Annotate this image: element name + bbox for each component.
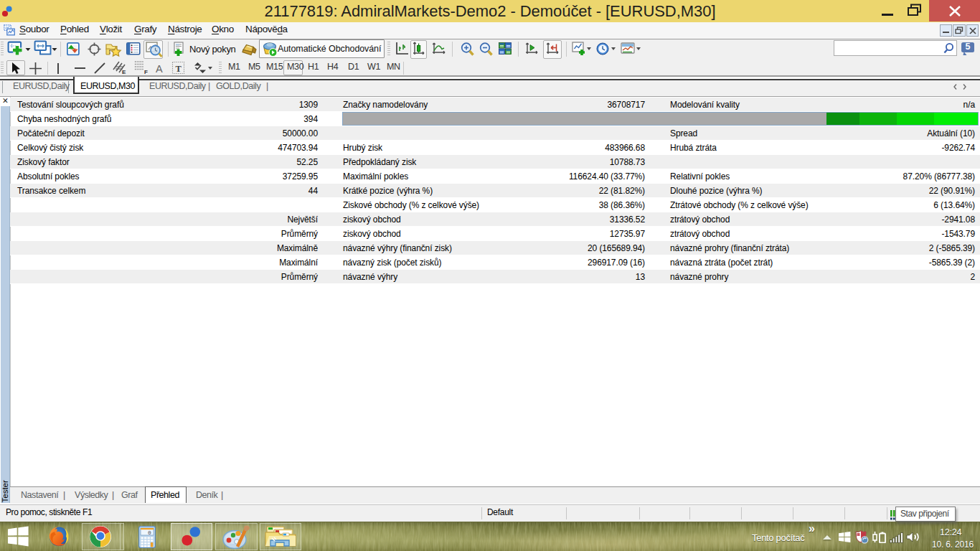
svg-text:0: 0 xyxy=(148,529,151,536)
svg-text:E: E xyxy=(122,69,126,75)
svg-text:T: T xyxy=(176,64,182,74)
svg-text:F: F xyxy=(144,69,148,75)
